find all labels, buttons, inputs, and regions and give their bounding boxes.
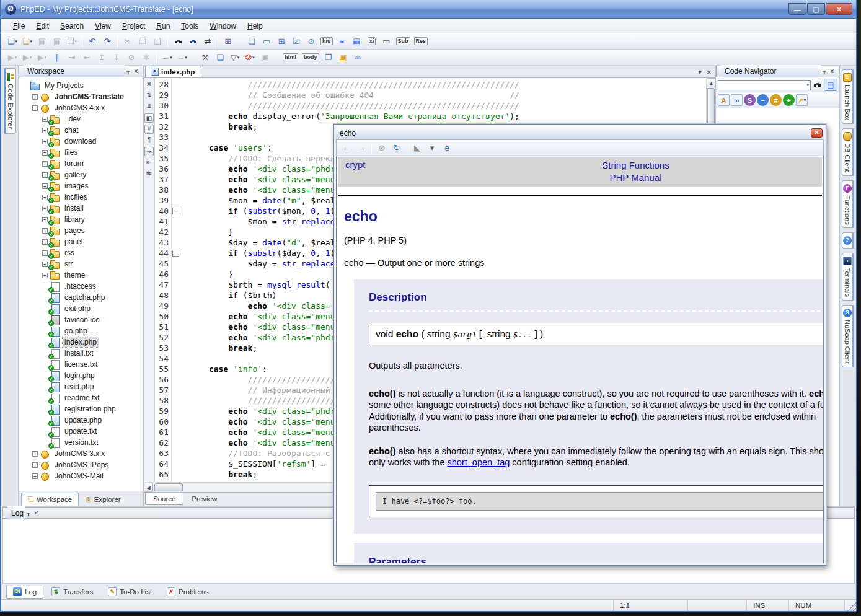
pause-button[interactable]: ∥ (50, 51, 64, 64)
help-close-button[interactable]: ✕ (811, 128, 823, 138)
html-form-button[interactable]: ❏ (245, 35, 258, 48)
save-all-button[interactable]: ▦ (50, 35, 64, 48)
insert-html-tag-button[interactable]: html (281, 51, 299, 64)
step-in-button[interactable]: ⇥ (65, 51, 79, 64)
clipboard-html-button[interactable]: ❐ (322, 51, 335, 64)
tree-item-read-php[interactable]: ✓read.php (19, 381, 143, 392)
replace-button[interactable]: ⇄ (201, 35, 214, 48)
tree-item-go-php[interactable]: ✓go.php (19, 325, 143, 337)
tree-item-theme[interactable]: +theme (19, 270, 143, 281)
tree-item-gallery[interactable]: +✓gallery (19, 169, 143, 180)
navigator-search-icon[interactable] (813, 81, 822, 89)
link-string-functions[interactable]: String Functions (602, 160, 669, 170)
close-button[interactable]: ✕ (826, 3, 852, 15)
maximize-button[interactable]: ▢ (807, 3, 825, 15)
resize-grip[interactable] (845, 600, 856, 611)
run-button[interactable]: ▶▾ (6, 51, 19, 64)
help-window-titlebar[interactable]: echo ✕ (336, 126, 824, 139)
menu-window[interactable]: Window (204, 20, 242, 32)
tree-item-readme-txt[interactable]: ✓readme.txt (19, 392, 143, 403)
titlebar[interactable]: Ø PhpED - My Projects::JohnCMS-Translate… (1, 0, 856, 19)
tab-terminals[interactable]: ›Terminals (842, 253, 854, 301)
tree-item-update-php[interactable]: ✓update.php (19, 415, 143, 426)
link-short-open-tag[interactable]: short_open_tag (448, 457, 510, 467)
menu-help[interactable]: Help (242, 20, 268, 32)
menu-view[interactable]: View (89, 20, 117, 32)
tree-item-incfiles[interactable]: +✓incfiles (19, 191, 143, 203)
open-file-button[interactable]: ❏▾ (20, 35, 34, 48)
whitespace-button[interactable]: ⇊ (144, 102, 154, 112)
close-icon[interactable]: ✕ (131, 68, 140, 74)
tree-item-johncms-mail[interactable]: +JohnCMS-Mail (19, 470, 143, 482)
tab-workspace[interactable]: ❏Workspace (21, 493, 79, 506)
pin-icon[interactable]: ┳ (125, 68, 131, 74)
html-button-button[interactable]: ▭ (380, 35, 394, 48)
html-table-button[interactable]: ⊞ (275, 35, 288, 48)
tab-explorer[interactable]: ◎Explorer (79, 493, 127, 506)
navigator-view-button[interactable]: ▤ (824, 79, 837, 91)
tree-item-forum[interactable]: +✓forum (19, 158, 143, 169)
tree-item-htaccess[interactable]: ✓.htaccess (19, 281, 143, 292)
tree-item-johncms-translate[interactable]: +JohnCMS-Translate (19, 91, 143, 102)
tab-nusoap-client[interactable]: SNuSoap Client (842, 305, 854, 367)
tree-item-pages[interactable]: +✓pages (19, 225, 143, 236)
menu-tools[interactable]: Tools (175, 20, 204, 32)
link-php-manual[interactable]: PHP Manual (610, 172, 662, 183)
find-button[interactable] (171, 35, 185, 48)
tree-item-version-txt[interactable]: ✓version.txt (19, 437, 143, 448)
fold-marker-line-40[interactable]: − (172, 208, 179, 214)
tree-item-files[interactable]: +✓files (19, 147, 143, 158)
menu-edit[interactable]: Edit (30, 20, 55, 32)
auto-indent-button[interactable]: ⇥ (144, 147, 154, 156)
tab-transfers[interactable]: ⇅Transfers (45, 586, 100, 599)
jump-to-button[interactable]: ↗▾ (796, 94, 808, 106)
cut-button[interactable]: ✂ (121, 35, 135, 48)
scrollbar-thumb[interactable] (154, 483, 183, 491)
show-links-button[interactable]: ∞ (731, 94, 743, 106)
new-file-button[interactable]: ❏▾ (6, 35, 19, 48)
scroll-up-icon[interactable]: ▲ (707, 78, 716, 87)
tab-db-client[interactable]: DB Client (842, 128, 854, 175)
tree-item-license-txt[interactable]: ✓license.txt (19, 359, 143, 370)
pin-icon[interactable]: ┳ (25, 510, 32, 516)
tree-item-index-php[interactable]: ✓index.php (19, 337, 143, 348)
html-listbox-button[interactable]: ≡ (335, 35, 349, 48)
sort-alpha-button[interactable]: A (718, 94, 730, 106)
html-textfield-button[interactable]: ▭ (260, 35, 273, 48)
close-tab-icon[interactable]: ✕ (707, 69, 712, 76)
tree-item-login-php[interactable]: ✓login.php (19, 370, 143, 381)
help-print-button[interactable]: ◣ (410, 141, 424, 155)
tab-to-do-list[interactable]: ✎To-Do List (101, 586, 159, 599)
help-back-button[interactable]: ← (340, 141, 353, 155)
stop-button[interactable]: ⊘ (125, 51, 138, 64)
insert-link-button[interactable]: ∞ (351, 51, 365, 64)
find-in-files-button[interactable] (186, 35, 200, 48)
run-profiler-button[interactable]: ▶▾ (35, 51, 49, 64)
html-textarea-button[interactable]: ▤ (350, 35, 364, 48)
deploy-button[interactable]: ▽▾ (228, 51, 242, 64)
html-hidden-button[interactable]: hid (319, 35, 334, 48)
navigator-filter-combobox[interactable]: ▾ (718, 80, 811, 90)
sync-scroll-button[interactable]: ⇅ (144, 91, 154, 100)
insert-image-button[interactable]: ▣ (337, 51, 350, 64)
nav-back-button[interactable]: ←▾ (160, 51, 174, 64)
insert-body-tag-button[interactable]: body (301, 51, 320, 64)
tree-item-install[interactable]: +✓install (19, 203, 143, 214)
redo-button[interactable]: ↷ (100, 35, 114, 48)
run-in-debugger-button[interactable]: ▶▾ (20, 51, 34, 64)
nav-forward-button[interactable]: →▾ (175, 51, 188, 64)
tree-item-chat[interactable]: +✓chat (19, 125, 143, 136)
paste-button[interactable]: ❑ (151, 35, 164, 48)
tab-functions[interactable]: FFunctions (842, 180, 854, 229)
help-stop-button[interactable]: ⊘ (375, 141, 389, 155)
step-over-button[interactable]: ⇤ (80, 51, 94, 64)
tree-item-rss[interactable]: +✓rss (19, 247, 143, 258)
appearance-button[interactable]: ❂▾ (243, 51, 257, 64)
html-submit-button[interactable]: Sub (395, 35, 412, 48)
tree-item-registration-php[interactable]: ✓registration.php (19, 403, 143, 415)
margin-button[interactable]: ◧ (144, 113, 154, 123)
tab-code-explorer[interactable]: Code Explorer (4, 68, 16, 134)
tab-preview[interactable]: Preview (183, 493, 225, 505)
outdent-button[interactable]: ⇤ (144, 158, 154, 167)
help-refresh-button[interactable]: ↻ (390, 141, 404, 155)
